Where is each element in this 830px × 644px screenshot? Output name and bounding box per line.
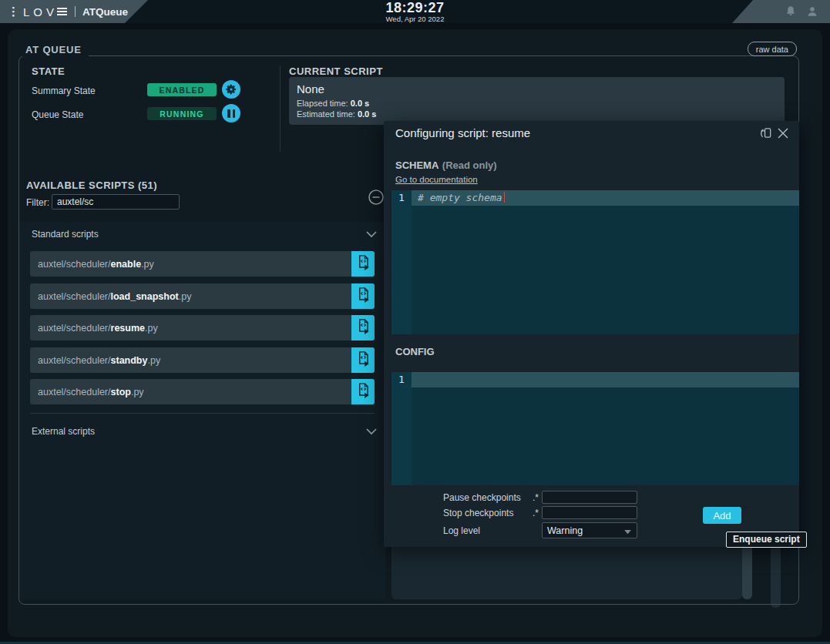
chevron-down-icon [365,427,378,438]
config-header: CONFIG [395,346,435,357]
collapse-panel-button[interactable] [368,189,385,206]
log-level-label: Log level [443,525,480,536]
state-divider [280,65,281,152]
logo-e-icon [57,8,67,15]
love-logo: LOV [23,5,67,18]
stop-checkpoints-label: Stop checkpoints [443,508,513,518]
logo-text: LOV [23,5,58,18]
script-row[interactable]: auxtel/scheduler/standby.py [30,347,375,373]
pause-checkpoints-hint: .* [533,492,539,503]
filter-label: Filter: [26,197,49,208]
add-button[interactable]: Add [703,507,741,524]
stop-checkpoints-hint: .* [533,508,539,518]
script-path: auxtel/scheduler/standby.py [30,355,351,366]
script-path: auxtel/scheduler/stop.py [30,387,351,397]
launch-script-button[interactable] [351,315,375,340]
script-row[interactable]: auxtel/scheduler/resume.py [30,315,375,340]
filter-input[interactable] [52,194,180,210]
queue-state-label: Queue State [32,109,83,120]
clock-date: Wed, Apr 20 2022 [385,15,444,23]
standard-scripts-header[interactable]: Standard scripts [32,229,373,240]
external-scripts-header[interactable]: External scripts [32,426,373,437]
state-title: STATE [32,65,65,77]
summary-state-label: Summary State [32,86,96,96]
minus-circle-icon [368,196,385,208]
config-editor-gutter: 1 [391,372,412,485]
script-run-icon [356,287,371,306]
estimated-time: Estimated time: 0.0 s [297,109,785,119]
logo-separator [75,6,76,17]
current-script-panel: None Elapsed time: 0.0 s Estimated time:… [289,77,785,125]
chevron-down-icon [365,230,378,240]
menu-icon[interactable]: ⋮ [8,5,18,18]
schema-header: SCHEMA (Read only) [395,158,497,172]
elapsed-time: Elapsed time: 0.0 s [297,98,785,109]
current-script-title: CURRENT SCRIPT [289,65,383,77]
launch-script-button[interactable] [351,347,375,373]
script-run-icon [356,254,371,273]
bell-icon[interactable] [784,5,798,18]
line-number: 1 [391,372,412,387]
script-path: auxtel/scheduler/load_snapshot.py [30,291,351,302]
section-legend: AT QUEUE [22,44,89,57]
script-path: auxtel/scheduler/enable.py [30,259,351,270]
scripts-list-panel: Standard scripts auxtel/scheduler/enable… [19,222,385,599]
stop-checkpoints-input[interactable] [542,506,637,519]
script-row[interactable]: auxtel/scheduler/load_snapshot.py [30,283,375,309]
script-row[interactable]: auxtel/scheduler/enable.py [30,251,375,277]
script-run-icon [356,318,371,337]
schema-editor-gutter: 1 [391,190,412,334]
config-editor[interactable]: 1 [391,372,799,485]
clock-time: 18:29:27 [385,1,444,15]
group-divider [30,413,375,414]
available-scripts-title: AVAILABLE SCRIPTS (51) [26,179,157,191]
clock: 18:29:27 Wed, Apr 20 2022 [385,1,444,23]
documentation-link[interactable]: Go to documentation [395,175,478,184]
summary-state-badge: ENABLED [147,83,217,96]
modal-title: Configuring script: resume [395,126,530,139]
line-number: 1 [391,190,412,206]
raw-data-button[interactable]: raw data [748,42,797,56]
active-line-highlight [412,372,799,387]
summary-state-gear-button[interactable] [222,80,240,99]
orientation-toggle-button[interactable] [758,126,773,140]
pause-icon [227,109,235,118]
enqueue-script-tooltip: Enqueue script [726,532,807,548]
schema-editor[interactable]: 1 # empty schema [391,190,799,334]
gear-icon [225,83,237,96]
launch-script-button[interactable] [351,379,375,404]
app-title: ATQueue [82,6,128,18]
launch-script-button[interactable] [351,251,375,277]
script-row[interactable]: auxtel/scheduler/stop.py [30,379,375,404]
pause-checkpoints-label: Pause checkpoints [443,492,521,503]
topbar-right-chip [732,0,830,23]
launch-script-button[interactable] [351,283,375,309]
close-icon [777,130,789,142]
topbar: ⋮ LOV ATQueue 18:29:27 Wed, Apr 20 2022 [0,0,830,23]
text-caret [504,192,506,203]
configure-script-modal: Configuring script: resume SCHEMA (Read … [384,121,799,547]
script-path: auxtel/scheduler/resume.py [30,323,351,334]
chevron-down-icon [623,524,632,538]
schema-code-line: # empty schema [418,190,505,206]
close-modal-button[interactable] [776,127,789,140]
current-script-name: None [297,82,785,96]
pause-queue-button[interactable] [222,104,240,122]
log-level-select[interactable]: Warning [542,522,637,538]
script-run-icon [356,351,371,370]
rotate-panel-icon [758,131,773,143]
user-icon[interactable] [805,5,819,18]
log-level-value: Warning [547,525,583,536]
topbar-left-chip: ⋮ LOV ATQueue [0,0,148,23]
script-run-icon [356,382,371,401]
pause-checkpoints-input[interactable] [542,491,637,504]
queue-state-badge: RUNNING [147,107,217,120]
